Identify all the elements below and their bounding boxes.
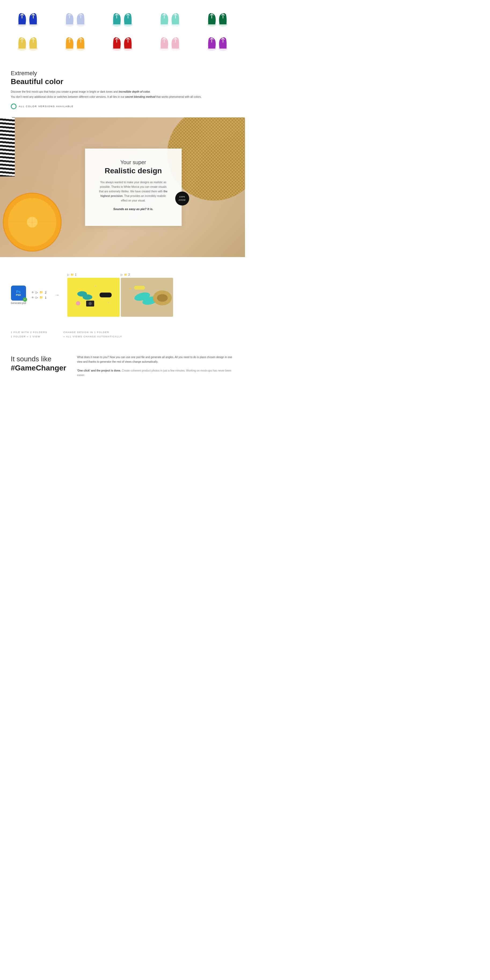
psd-check-icon: ✓ (23, 298, 27, 302)
svg-rect-50 (134, 286, 145, 290)
color-desc2: You don't need any additional clicks or … (11, 95, 234, 99)
flipflop-left-mint (159, 11, 169, 27)
all-colors-badge: ALL COLOR VERSIONS AVAILABLE (11, 103, 234, 109)
preview-images: ▷ 📁 1 (67, 273, 234, 317)
svg-text:✦: ✦ (94, 285, 96, 288)
gen-stat-line4: = ALL VIEWS CHANGE AUTOMATICALLY (63, 334, 234, 339)
gamechanger-subtitle: It sounds like (11, 355, 66, 363)
gen-stat-right: CHANGE DESIGN IN 1 FOLDER = ALL VIEWS CH… (63, 330, 234, 339)
folder-structure: 👁 ▷ 📁 2 👁 ▷ 📁 1 (32, 291, 46, 299)
chevron-icon-1: ▷ (36, 291, 38, 294)
zoom-badge: 100% ZOOM (175, 191, 189, 205)
gamechanger-section: It sounds like #GameChanger What does it… (0, 347, 245, 398)
svg-point-49 (157, 294, 168, 302)
realistic-title: Realistic design (98, 167, 168, 175)
realistic-subtitle: Your super (98, 159, 168, 165)
flipflop-red (100, 32, 145, 54)
color-subtitle: Extremely (11, 70, 234, 77)
folder-num-1: 1 (45, 296, 46, 299)
flipflop-right-teal (123, 11, 133, 27)
realistic-card: Your super Realistic design You always w… (85, 148, 182, 226)
gen-stat-line3: CHANGE DESIGN IN 1 FOLDER (63, 330, 234, 334)
gamechanger-title: #GameChanger (11, 364, 66, 372)
flipflop-right-purple (218, 35, 228, 51)
flipflop-left-pink (159, 35, 169, 51)
svg-point-37 (89, 302, 92, 305)
svg-rect-35 (67, 278, 120, 317)
psd-label-text: PSD (16, 294, 21, 296)
preview-col-2: ▷ 📁 2 (121, 273, 173, 317)
gamechanger-highlight: 'One click' and the project is done. Cre… (77, 368, 234, 377)
gen-stat-line1: 1 FILE WITH 2 FOLDERS (11, 330, 47, 334)
flipflop-teal (100, 8, 145, 30)
flipflop-mint (147, 8, 192, 30)
psd-icon: Ps PSD ✓ Generator.psd (11, 286, 26, 304)
flipflop-right-navy (28, 11, 38, 27)
realistic-desc: You always wanted to make your designs a… (98, 180, 168, 203)
realistic-tagline: Sounds as easy as pie? It is. (98, 207, 168, 212)
eye-icon-2: 👁 (32, 296, 34, 299)
folder-icon-2: 📁 (40, 296, 43, 299)
arrow-right-icon: → (54, 292, 59, 298)
svg-text:✦: ✦ (108, 301, 109, 304)
color-desc1: Discover the first mock-ups that helps y… (11, 90, 234, 94)
orange-slice (3, 192, 62, 252)
preview-img-1: ✦ ✦ (67, 278, 120, 317)
flipflop-right-red (123, 35, 133, 51)
flipflop-lavender (53, 8, 98, 30)
all-colors-text: ALL COLOR VERSIONS AVAILABLE (19, 105, 73, 108)
color-section: Extremely Beautiful color Discover the f… (0, 62, 245, 118)
color-ring-icon (11, 103, 17, 109)
flipflop-darkgreen (195, 8, 239, 30)
flipflop-right-darkgreen (218, 11, 228, 27)
preview-col1-label: ▷ 📁 1 (67, 273, 120, 276)
psd-box: Ps PSD ✓ (11, 286, 26, 301)
flipflop-orange (53, 32, 98, 54)
folder-row-2: 👁 ▷ 📁 2 (32, 291, 46, 294)
gamechanger-left: It sounds like #GameChanger (11, 355, 66, 372)
flipflop-right-orange (76, 35, 86, 51)
gen-stat-line2: 1 FOLDER = 1 VIEW (11, 334, 47, 339)
svg-rect-38 (100, 293, 112, 298)
flipflop-right-mint (170, 11, 181, 27)
preview-img-2: ✦ (121, 278, 173, 317)
flipflop-left-darkgreen (207, 11, 217, 27)
flipflop-left-teal (112, 11, 122, 27)
flipflop-grid-row2 (5, 32, 239, 54)
svg-point-40 (82, 294, 92, 300)
flipflop-right-lavender (76, 11, 86, 27)
flipflop-right-yellow (28, 35, 38, 51)
gen-stat-left: 1 FILE WITH 2 FOLDERS 1 FOLDER = 1 VIEW (11, 330, 47, 339)
striped-fabric (0, 118, 15, 177)
flipflop-navy (5, 8, 50, 30)
flipflop-pink (147, 32, 192, 54)
folder-num-2: 2 (45, 291, 46, 294)
flipflop-section (0, 0, 245, 62)
flipflop-purple (195, 32, 239, 54)
ps-label: Ps (16, 290, 21, 294)
flipflop-left-navy (17, 11, 27, 27)
color-title: Beautiful color (11, 77, 234, 86)
flipflop-grid-row1 (5, 8, 239, 30)
flipflop-right-pink (170, 35, 181, 51)
flipflop-yellow (5, 32, 50, 54)
svg-text:✦: ✦ (129, 286, 132, 291)
generator-section: Ps PSD ✓ Generator.psd 👁 ▷ 📁 2 👁 ▷ 📁 1 → (0, 257, 245, 347)
flipflop-left-purple (207, 35, 217, 51)
preview-col2-label: ▷ 📁 2 (121, 273, 173, 276)
preview-svg-1: ✦ ✦ (67, 278, 120, 317)
preview-col-1: ▷ 📁 1 (67, 273, 120, 317)
gamechanger-desc: What does it mean to you? Now you can us… (77, 355, 234, 364)
preview-svg-2: ✦ (121, 278, 173, 317)
folder-row-1: 👁 ▷ 📁 1 (32, 296, 46, 299)
eye-icon-1: 👁 (32, 291, 34, 294)
flipflop-left-red (112, 35, 122, 51)
folder-icon-1: 📁 (40, 291, 43, 294)
flipflop-left-orange (64, 35, 75, 51)
flipflop-left-lavender (64, 11, 75, 27)
gamechanger-highlight-strong: 'One click' and the project is done. (77, 369, 121, 372)
gamechanger-right: What does it mean to you? Now you can us… (77, 355, 234, 382)
flipflop-left-yellow (17, 35, 27, 51)
realistic-section: Your super Realistic design You always w… (0, 118, 245, 257)
generator-layout: Ps PSD ✓ Generator.psd 👁 ▷ 📁 2 👁 ▷ 📁 1 → (11, 273, 234, 317)
